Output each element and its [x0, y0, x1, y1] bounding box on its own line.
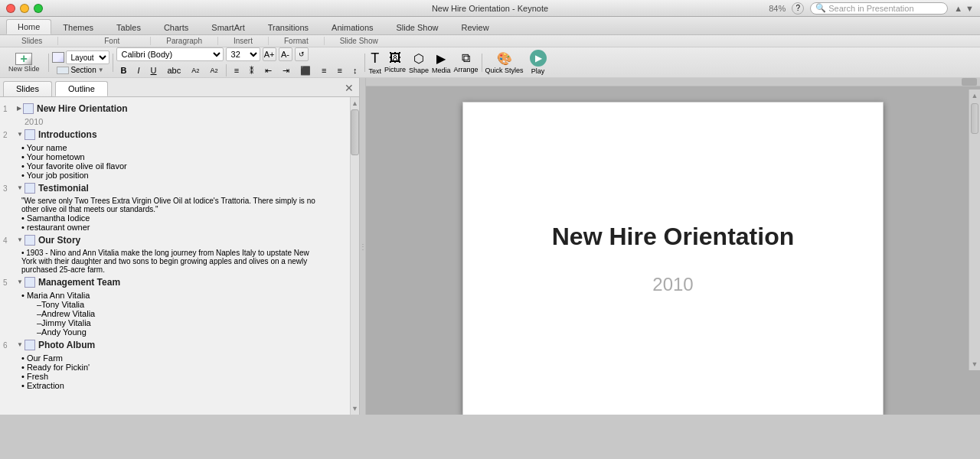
slide-area: New Hire Orientation 2010 Click to add n…	[366, 78, 980, 415]
media-button[interactable]: ▶ Media	[432, 51, 451, 74]
tab-smartart[interactable]: SmartArt	[200, 19, 256, 34]
slide-title: Testimonial	[38, 181, 89, 195]
italic-button[interactable]: I	[132, 63, 144, 77]
slide-thumb-icon	[24, 340, 35, 350]
outline-slide-2: 2 ▼ Introductions • Your name • Your hom…	[0, 126, 350, 180]
align-left-button[interactable]: ⬛	[296, 63, 315, 77]
title-bar: New Hire Orientation - Keynote 84% ? 🔍 S…	[0, 0, 980, 17]
minimize-button[interactable]	[20, 4, 29, 13]
layout-select[interactable]: Layout	[66, 50, 109, 64]
scroll-thumb[interactable]	[351, 109, 359, 155]
outline-slide-6: 6 ▼ Photo Album • Our Farm • Ready for P…	[0, 337, 350, 390]
outline-slide-3: 3 ▼ Testimonial "We serve only Two Trees…	[0, 180, 350, 232]
slide-title: Management Team	[38, 275, 120, 289]
bold-button[interactable]: B	[116, 63, 132, 77]
tab-charts[interactable]: Charts	[152, 19, 200, 34]
picture-button[interactable]: 🖼 Picture	[384, 51, 406, 73]
tab-review[interactable]: Review	[450, 19, 501, 34]
align-right-button[interactable]: ≡	[332, 63, 346, 77]
decrease-font-button[interactable]: A-	[279, 47, 292, 61]
font-size-select[interactable]: 32	[226, 47, 260, 61]
outline-slide-4: 4 ▼ Our Story • 1903 - Nino and Ann Vita…	[0, 232, 350, 274]
tab-themes[interactable]: Themes	[51, 19, 105, 34]
scroll-down-button[interactable]: ▼	[351, 402, 359, 415]
search-box[interactable]: 🔍 Search in Presentation	[810, 2, 948, 15]
slide-preview[interactable]: New Hire Orientation 2010	[462, 102, 884, 415]
font-name-select[interactable]: Calibri (Body)	[116, 47, 224, 61]
outline-slide-1: 1 ▶ New Hire Orientation 2010	[0, 100, 350, 126]
slide-title: Our Story	[38, 233, 80, 247]
scroll-up-button[interactable]: ▲	[969, 90, 980, 102]
list-bullet-button[interactable]: ≡	[230, 63, 243, 77]
help-button[interactable]: ?	[792, 2, 804, 15]
collapse-arrow[interactable]: ▶	[17, 104, 21, 113]
section-paragraph: Paragraph	[151, 37, 218, 45]
indent-increase-button[interactable]: ⇥	[278, 63, 294, 77]
tab-animations[interactable]: Animations	[320, 19, 384, 34]
section-insert: Insert	[218, 37, 269, 45]
section-labels: Slides Font Paragraph Insert Format Slid…	[0, 35, 980, 47]
increase-font-button[interactable]: A+	[263, 47, 276, 61]
scroll-up-button[interactable]: ▲	[351, 97, 359, 109]
strikethrough-button[interactable]: abc	[163, 63, 186, 77]
text-insert-button[interactable]: T Text	[368, 50, 381, 75]
outline-scrollbar[interactable]: ▲ ▼	[350, 97, 359, 415]
section-dropdown-arrow[interactable]: ▼	[98, 67, 104, 73]
tab-transitions[interactable]: Transitions	[256, 19, 320, 34]
outline-slide-5: 5 ▼ Management Team • Maria Ann Vitalia …	[0, 274, 350, 337]
collapse-arrow[interactable]: ▼	[17, 236, 23, 245]
collapse-arrow[interactable]: ▼	[17, 184, 23, 193]
format-row: B I U abc A2 A2 ≡ ⁑ ⇤ ⇥ ⬛ ≡ ≡ ↕	[116, 63, 362, 77]
maximize-button[interactable]	[34, 4, 43, 13]
superscript-button[interactable]: A2	[187, 63, 204, 77]
top-scrollbar[interactable]	[366, 78, 980, 86]
vertical-scroll-thumb[interactable]	[971, 103, 978, 134]
list-item: –Jimmy Vitalia	[37, 318, 350, 327]
tab-tables[interactable]: Tables	[105, 19, 152, 34]
toolbar-top: + New Slide Layout Section ▼ Calibri (Bo…	[0, 47, 980, 78]
right-scrollbar[interactable]: ▲ ▼	[969, 90, 980, 370]
list-item: 1 ▶ New Hire Orientation	[0, 100, 350, 117]
slide-thumb-icon	[23, 103, 34, 114]
line-spacing-button[interactable]: ↕	[348, 63, 362, 77]
quick-styles-button[interactable]: 🎨 Quick Styles	[485, 51, 524, 74]
list-item: 6 ▼ Photo Album	[0, 337, 350, 353]
divider5	[482, 54, 482, 72]
list-item: • 1903 - Nino and Ann Vitalia make the l…	[21, 249, 320, 274]
list-item: • Your favorite olive oil flavor	[21, 161, 350, 171]
horizontal-scroll-thumb[interactable]	[962, 78, 977, 86]
window-resize-controls[interactable]: ▲ ▼	[954, 4, 974, 13]
play-button[interactable]: ▶ Play	[530, 50, 547, 75]
format-tools: 🎨 Quick Styles ▶ Play	[485, 50, 547, 75]
new-slide-button[interactable]: + New Slide	[3, 49, 45, 76]
list-item: "We serve only Two Trees Extra Virgin Ol…	[21, 197, 320, 213]
tab-slideshow[interactable]: Slide Show	[385, 19, 450, 34]
indent-decrease-button[interactable]: ⇤	[260, 63, 276, 77]
subscript-button[interactable]: A2	[205, 63, 222, 77]
tab-home[interactable]: Home	[6, 19, 51, 34]
arrange-button[interactable]: ⧉ Arrange	[453, 51, 478, 73]
list-item: • Extraction	[21, 381, 350, 390]
collapse-arrow[interactable]: ▼	[17, 340, 23, 350]
resize-handle[interactable]: ⋮	[360, 78, 366, 415]
list-item: –Andy Young	[37, 327, 350, 337]
slide-title: Introductions	[38, 128, 97, 142]
main-content: Slides Outline ✕ 1 ▶ New Hire Orientatio…	[0, 78, 980, 415]
outline-tab[interactable]: Outline	[55, 81, 108, 96]
scroll-down-button[interactable]: ▼	[969, 358, 980, 370]
clear-format-button[interactable]: ↺	[295, 47, 309, 61]
panel-close-button[interactable]: ✕	[342, 81, 356, 95]
slides-tab[interactable]: Slides	[3, 81, 52, 96]
layout-icon	[52, 52, 64, 63]
list-number-button[interactable]: ⁑	[245, 63, 259, 77]
collapse-arrow[interactable]: ▼	[17, 130, 23, 139]
search-placeholder: Search in Presentation	[828, 4, 913, 13]
collapse-arrow[interactable]: ▼	[17, 278, 23, 287]
close-button[interactable]	[6, 4, 15, 13]
outline-scroll[interactable]: 1 ▶ New Hire Orientation 2010 2 ▼ Introd…	[0, 97, 350, 415]
window-controls[interactable]	[6, 4, 43, 13]
section-slides: Slides	[6, 37, 58, 45]
shape-button[interactable]: ⬡ Shape	[409, 51, 429, 74]
align-center-button[interactable]: ≡	[317, 63, 331, 77]
underline-button[interactable]: U	[146, 63, 162, 77]
